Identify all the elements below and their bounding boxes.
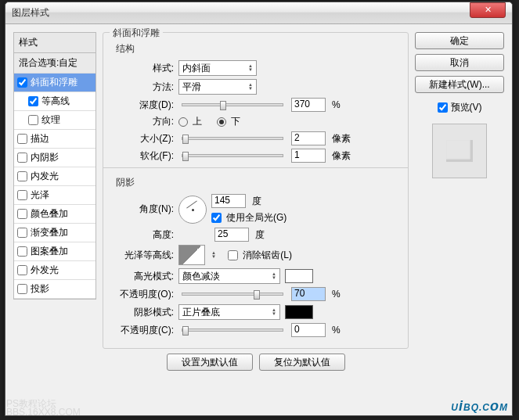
depth-input[interactable]: 370 <box>291 98 326 112</box>
style-label: 内阴影 <box>31 151 59 164</box>
highlight-mode-select[interactable]: 颜色减淡 ▲▼ <box>178 268 280 284</box>
window-title: 图层样式 <box>12 6 49 20</box>
soften-input[interactable]: 1 <box>291 149 326 163</box>
styles-header: 样式 <box>13 32 96 53</box>
style-check-outerglow[interactable] <box>17 265 27 275</box>
make-default-button[interactable]: 设置为默认值 <box>167 354 253 371</box>
blend-options-row[interactable]: 混合选项:自定 <box>14 53 96 74</box>
style-check-gradientoverlay[interactable] <box>17 228 27 238</box>
style-label: 光泽 <box>31 188 49 202</box>
direction-up-text: 上 <box>193 115 202 128</box>
ok-button[interactable]: 确定 <box>415 32 504 49</box>
style-check-bevel[interactable] <box>17 77 27 88</box>
shadow-mode-select[interactable]: 正片叠底 ▲▼ <box>178 304 280 320</box>
shadow-opacity-label: 不透明度(C): <box>111 324 174 337</box>
shading-title: 阴影 <box>116 176 400 189</box>
preview-check[interactable] <box>438 102 448 113</box>
style-label: 外发光 <box>31 264 59 277</box>
center-panel: 斜面和浮雕 结构 样式: 内斜面 ▲▼ 方法: 平滑 ▲▼ <box>103 32 409 407</box>
style-label: 图案叠加 <box>31 245 68 258</box>
style-row-outerglow[interactable]: 外发光 <box>14 261 96 280</box>
style-check-texture[interactable] <box>28 115 38 125</box>
shadow-opacity-input[interactable]: 0 <box>291 323 326 337</box>
preview-label: 预览(V) <box>451 101 482 114</box>
preview-box <box>432 124 487 178</box>
style-row-patternoverlay[interactable]: 图案叠加 <box>14 242 96 261</box>
technique-value: 平滑 <box>182 81 201 94</box>
style-check-dropshadow[interactable] <box>17 284 27 294</box>
altitude-input[interactable]: 25 <box>214 228 249 242</box>
style-check-satin[interactable] <box>17 190 27 200</box>
style-row-dropshadow[interactable]: 投影 <box>14 280 96 299</box>
contour-dropdown-icon[interactable]: ▲▼ <box>211 251 216 259</box>
highlight-opacity-input[interactable]: 70 <box>291 287 326 301</box>
style-label: 样式: <box>111 62 174 75</box>
style-select[interactable]: 内斜面 ▲▼ <box>178 60 257 76</box>
style-row-innerglow[interactable]: 内发光 <box>14 167 96 186</box>
size-slider[interactable] <box>182 137 283 140</box>
new-style-button[interactable]: 新建样式(W)... <box>415 76 504 93</box>
direction-up-radio[interactable] <box>178 117 188 127</box>
dialog-window: 图层样式 ✕ 样式 混合选项:自定 斜面和浮雕 等高线 纹理 <box>5 2 513 416</box>
style-check-stroke[interactable] <box>17 134 27 144</box>
style-label: 等高线 <box>41 95 70 108</box>
close-button[interactable]: ✕ <box>470 2 506 18</box>
direction-down-radio[interactable] <box>217 117 226 127</box>
highlight-opacity-label: 不透明度(O): <box>111 288 174 301</box>
dialog-content: 样式 混合选项:自定 斜面和浮雕 等高线 纹理 描边 <box>5 24 512 415</box>
pct-unit: % <box>332 289 341 300</box>
style-row-satin[interactable]: 光泽 <box>14 186 96 205</box>
dropdown-arrows-icon: ▲▼ <box>248 83 253 91</box>
highlight-opacity-slider[interactable] <box>182 293 283 296</box>
style-row-innershadow[interactable]: 内阴影 <box>14 149 96 167</box>
altitude-label: 高度: <box>111 228 174 242</box>
style-label: 渐变叠加 <box>31 226 68 239</box>
angle-dial[interactable] <box>178 196 207 224</box>
style-label: 颜色叠加 <box>31 207 68 221</box>
style-row-bevel[interactable]: 斜面和浮雕 <box>14 74 96 92</box>
styles-list: 混合选项:自定 斜面和浮雕 等高线 纹理 描边 <box>13 53 96 300</box>
right-panel: 确定 取消 新建样式(W)... 预览(V) <box>415 32 504 407</box>
preview-thumbnail <box>446 140 473 162</box>
antialias-label: 消除锯齿(L) <box>243 249 292 262</box>
style-check-contour[interactable] <box>28 96 38 106</box>
angle-input[interactable]: 145 <box>211 194 246 208</box>
style-check-innerglow[interactable] <box>17 171 27 181</box>
size-input[interactable]: 2 <box>291 131 326 145</box>
style-check-innershadow[interactable] <box>17 153 27 163</box>
direction-label: 方向: <box>111 115 174 128</box>
soften-label: 软化(F): <box>111 149 174 163</box>
angle-label: 角度(N): <box>111 203 174 216</box>
style-row-contour[interactable]: 等高线 <box>14 92 96 111</box>
style-row-coloroverlay[interactable]: 颜色叠加 <box>14 205 96 224</box>
depth-slider[interactable] <box>182 103 283 106</box>
style-row-texture[interactable]: 纹理 <box>14 111 96 130</box>
style-check-coloroverlay[interactable] <box>17 209 27 219</box>
highlight-color-swatch[interactable] <box>285 269 313 283</box>
reset-default-button[interactable]: 复位为默认值 <box>259 354 345 371</box>
global-light-check[interactable] <box>211 213 222 223</box>
antialias-check[interactable] <box>228 250 238 260</box>
titlebar[interactable]: 图层样式 ✕ <box>5 2 512 24</box>
soften-slider[interactable] <box>182 154 283 157</box>
altitude-unit: 度 <box>255 228 265 242</box>
structure-title: 结构 <box>116 42 400 56</box>
direction-down-text: 下 <box>231 115 240 128</box>
shadow-opacity-slider[interactable] <box>182 328 283 332</box>
dropdown-arrows-icon: ▲▼ <box>248 64 253 72</box>
angle-unit: 度 <box>252 195 261 208</box>
cancel-button[interactable]: 取消 <box>415 54 504 71</box>
style-check-patternoverlay[interactable] <box>17 246 27 257</box>
highlight-mode-label: 高光模式: <box>111 270 174 283</box>
depth-unit: % <box>332 99 341 110</box>
dropdown-arrows-icon: ▲▼ <box>272 272 276 280</box>
styles-list-panel: 样式 混合选项:自定 斜面和浮雕 等高线 纹理 描边 <box>13 32 96 407</box>
shadow-color-swatch[interactable] <box>285 305 313 319</box>
style-row-gradientoverlay[interactable]: 渐变叠加 <box>14 224 96 242</box>
gloss-contour-swatch[interactable] <box>178 245 205 265</box>
technique-select[interactable]: 平滑 ▲▼ <box>178 79 257 95</box>
dropdown-arrows-icon: ▲▼ <box>272 308 276 316</box>
style-row-stroke[interactable]: 描边 <box>14 130 96 149</box>
style-label: 纹理 <box>41 113 60 127</box>
gloss-contour-label: 光泽等高线: <box>111 249 174 262</box>
